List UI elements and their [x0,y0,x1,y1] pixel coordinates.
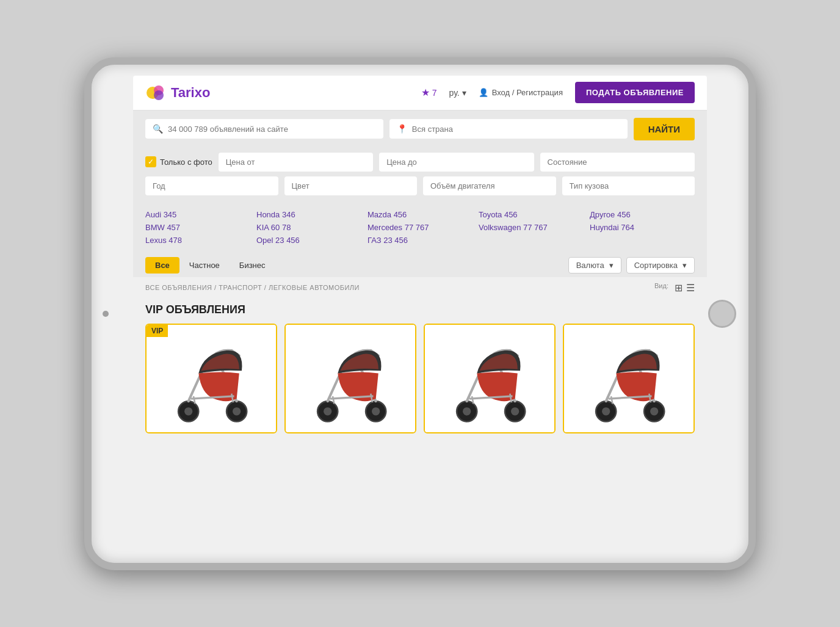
only-photo-label: Только с фото [160,158,212,167]
svg-point-26 [511,407,519,415]
search-input-wrap[interactable]: 🔍 [145,119,383,139]
tab-all[interactable]: Все [145,257,179,274]
car-link[interactable]: ГАЗ 23 456 [368,236,472,245]
svg-point-14 [324,407,331,415]
body-type-input[interactable] [562,176,695,195]
price-to-input[interactable] [379,153,534,172]
car-link[interactable]: Mercedes 77 767 [368,223,472,232]
logo-text: Tarixo [171,85,210,101]
condition-input[interactable] [540,153,695,172]
car-link[interactable]: Huyndai 764 [590,223,695,232]
vip-badge: VIP [147,325,168,337]
sort-dropdown[interactable]: Сортировка ▾ [626,257,695,274]
vip-card[interactable] [424,324,556,433]
login-label: Вход / Регистрация [492,88,563,97]
filters: ✓ Только с фото [133,148,707,205]
svg-point-34 [602,407,610,415]
vip-card[interactable]: VIP [145,324,277,433]
vip-card-image [147,325,276,432]
tab-business[interactable]: Бизнес [230,257,275,274]
color-input[interactable] [284,176,418,195]
svg-point-2 [154,90,164,100]
vip-grid: VIP [145,324,695,433]
view-label: Вид: [654,282,668,294]
car-link[interactable]: Toyota 456 [479,210,584,219]
year-input[interactable] [145,176,278,195]
svg-line-27 [467,373,480,401]
logo-icon [145,82,167,104]
car-link[interactable]: Volkswagen 77 767 [479,223,584,232]
svg-point-36 [650,407,658,415]
post-ad-button[interactable]: ПОДАТЬ ОБЪЯВЛЕНИЕ [575,82,695,103]
svg-point-4 [184,407,192,415]
tabs-row: Все Частное Бизнес Валюта ▾ Сортировка ▾ [133,253,707,277]
currency-selector[interactable]: ру. ▾ [449,88,466,98]
vip-card[interactable] [563,324,695,433]
svg-line-7 [189,373,201,401]
breadcrumb-row: ВСЕ ОБЪЯВЛЕНИЯ / ТРАНСПОРТ / ЛЕГКОВЫЕ АВ… [133,277,707,299]
car-link[interactable]: Другое 456 [590,210,695,219]
star-icon: ★ [421,87,430,98]
vip-section: VIP ОБЪЯВЛЕНИЯ VIP [133,299,707,438]
header: Tarixo ★ 7 ру. ▾ 👤 Вход / Регистрация ПО… [133,76,707,111]
tab-private[interactable]: Частное [179,257,230,274]
currency-label: ру. [449,88,460,98]
header-favorites[interactable]: ★ 7 [421,87,437,98]
car-link[interactable]: Lexus 478 [145,236,250,245]
svg-point-16 [372,407,380,415]
car-link[interactable]: Mazda 456 [368,210,472,219]
breadcrumb: ВСЕ ОБЪЯВЛЕНИЯ / ТРАНСПОРТ / ЛЕГКОВЫЕ АВ… [145,284,360,291]
logo: Tarixo [145,82,210,104]
filter-row-2 [145,176,695,195]
checkbox-icon[interactable]: ✓ [145,156,156,167]
user-icon: 👤 [479,88,488,97]
engine-input[interactable] [423,176,556,195]
grid-view-icon[interactable]: ⊞ [675,282,682,294]
car-link[interactable]: KIA 60 78 [256,223,361,232]
location-wrap[interactable]: 📍 [389,119,628,139]
svg-line-37 [606,373,619,401]
location-input[interactable] [412,125,620,134]
view-icons: Вид: ⊞ ☰ [654,282,695,294]
car-link[interactable]: Opel 23 456 [256,236,361,245]
vip-card[interactable] [284,324,416,433]
car-link[interactable]: Audi 345 [145,210,250,219]
search-icon: 🔍 [153,124,163,134]
currency-dropdown[interactable]: Валюта ▾ [568,257,621,274]
list-view-icon[interactable]: ☰ [686,282,695,294]
chevron-down-icon: ▾ [609,261,614,270]
favorites-count: 7 [432,88,437,98]
search-bar: 🔍 📍 НАЙТИ [133,111,707,148]
svg-line-17 [328,373,341,401]
vip-card-image [564,325,693,432]
chevron-down-icon: ▾ [462,88,466,98]
svg-point-24 [463,407,471,415]
vip-card-image [286,325,415,432]
only-photo-checkbox[interactable]: ✓ Только с фото [145,156,212,167]
svg-point-6 [233,407,241,415]
car-link[interactable]: BMW 457 [145,223,250,232]
search-button[interactable]: НАЙТИ [634,118,695,140]
sort-dropdown-label: Сортировка [634,261,678,270]
vip-title: VIP ОБЪЯВЛЕНИЯ [145,303,695,316]
currency-dropdown-label: Валюта [576,261,604,270]
vip-card-image [425,325,554,432]
chevron-down-icon: ▾ [682,261,687,270]
tablet-frame: Tarixo ★ 7 ру. ▾ 👤 Вход / Регистрация ПО… [84,57,756,570]
screen: Tarixo ★ 7 ру. ▾ 👤 Вход / Регистрация ПО… [133,76,707,552]
filter-row-1: ✓ Только с фото [145,153,695,172]
car-link[interactable]: Honda 346 [256,210,361,219]
location-icon: 📍 [397,124,407,134]
login-button[interactable]: 👤 Вход / Регистрация [479,88,563,97]
car-links: Audi 345Honda 346Mazda 456Toyota 456Друг… [133,205,707,253]
price-from-input[interactable] [219,153,373,172]
search-input[interactable] [168,125,376,134]
